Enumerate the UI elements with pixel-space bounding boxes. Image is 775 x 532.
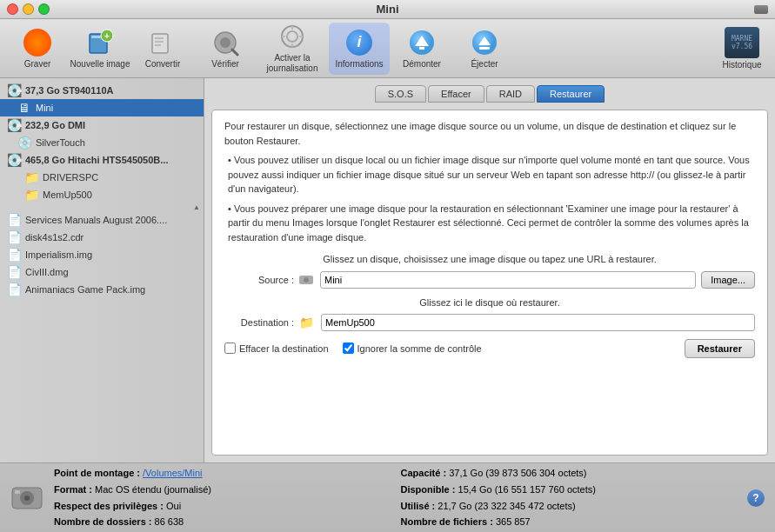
- utilise-label: Utilisé :: [401, 501, 436, 511]
- animaniacs-icon: 📄: [7, 283, 21, 296]
- toolbar-convertir[interactable]: Convertir: [132, 23, 193, 75]
- sidebar-item-mini[interactable]: 🖥 Mini: [0, 99, 204, 116]
- toolbar-demonter[interactable]: Démonter: [391, 23, 452, 75]
- effacer-checkbox-label[interactable]: Effacer la destination: [224, 342, 329, 356]
- tabs-bar: S.O.S Effacer RAID Restaurer: [211, 85, 768, 103]
- disk3-icon: 💽: [7, 153, 21, 167]
- respect-row: Respect des privilèges : Oui: [54, 498, 391, 515]
- tab-sos[interactable]: S.O.S: [375, 85, 426, 103]
- source-drop-label: Glissez un disque, choisissez une image …: [224, 253, 755, 266]
- activate-icon: [278, 23, 306, 50]
- capacite-value: 37,1 Go (39 873 506 304 octets): [449, 468, 586, 478]
- toolbar-ejecter[interactable]: Éjecter: [454, 23, 515, 75]
- sidebar-item-disk3[interactable]: 💽 465,8 Go Hitachi HTS545050B...: [0, 151, 204, 169]
- svg-point-27: [24, 495, 30, 501]
- sidebar-item-civiii[interactable]: 📄 CivIII.dmg: [0, 263, 204, 281]
- nb-dossiers-value: 86 638: [155, 516, 184, 527]
- toolbar-verifier[interactable]: Vérifier: [195, 23, 256, 75]
- sidebar-item-imperialism[interactable]: 📄 Imperialism.img: [0, 246, 204, 263]
- toolbar-historique[interactable]: MARNEv7.56 Historique: [716, 27, 768, 70]
- toolbar-activer[interactable]: Activer la journalisation: [257, 23, 327, 75]
- toolbar-ejecter-label: Éjecter: [471, 59, 498, 69]
- maximize-button[interactable]: [38, 3, 50, 15]
- help-button[interactable]: ?: [747, 489, 765, 507]
- dest-drop-label: Glissez ici le disque où restaurer.: [224, 296, 755, 310]
- format-row: Format : Mac OS étendu (journalisé): [54, 482, 391, 498]
- effacer-checkbox[interactable]: [224, 342, 236, 354]
- toolbar-graver-label: Graver: [24, 59, 51, 69]
- effacer-label: Effacer la destination: [239, 342, 329, 356]
- sidebar-item-disk4s1s2-label: disk4s1s2.cdr: [25, 232, 84, 243]
- source-input[interactable]: [320, 271, 696, 289]
- format-label: Format :: [54, 484, 92, 495]
- window-resize-handle[interactable]: [754, 5, 768, 14]
- svg-rect-19: [419, 47, 424, 50]
- nb-dossiers-row: Nombre de dossiers : 86 638: [54, 514, 391, 530]
- close-button[interactable]: [7, 3, 18, 15]
- tab-raid[interactable]: RAID: [486, 85, 535, 103]
- svg-point-12: [287, 31, 297, 42]
- tab-restaurer[interactable]: Restaurer: [537, 85, 605, 103]
- respect-value: Oui: [166, 501, 181, 511]
- nb-fichiers-value: 365 857: [496, 516, 531, 527]
- capacite-label: Capacité :: [401, 468, 447, 478]
- source-disk-icon: [299, 275, 313, 285]
- toolbar-nouvelle-image[interactable]: + Nouvelle image: [70, 23, 130, 75]
- verify-icon: [211, 29, 239, 57]
- content-box: Pour restaurer un disque, sélectionnez u…: [211, 110, 768, 456]
- utilise-value: 21,7 Go (23 322 345 472 octets): [438, 501, 575, 511]
- minimize-button[interactable]: [23, 3, 34, 15]
- window-title: Mini: [377, 3, 399, 16]
- toolbar-informations[interactable]: i Informations: [329, 23, 390, 75]
- sidebar-item-disk2[interactable]: 💽 232,9 Go DMI: [0, 116, 204, 134]
- disk4s1s2-icon: 📄: [7, 230, 21, 244]
- convert-icon: [149, 29, 177, 57]
- restaurer-button[interactable]: Restaurer: [685, 339, 755, 358]
- info-icon: i: [345, 29, 373, 57]
- status-info-right: Capacité : 37,1 Go (39 873 506 304 octet…: [401, 465, 738, 530]
- svg-point-9: [220, 37, 230, 48]
- toolbar: Graver + Nouvelle image Convertir: [0, 19, 775, 78]
- ignorer-label: Ignorer la somme de contrôle: [357, 342, 482, 356]
- burn-icon: [23, 29, 51, 57]
- sidebar-item-animaniacs[interactable]: 📄 Animaniacs Game Pack.img: [0, 281, 204, 298]
- sidebar-item-disk4s1s2[interactable]: 📄 disk4s1s2.cdr: [0, 229, 204, 246]
- sidebar-item-services[interactable]: 📄 Services Manuals August 2006....: [0, 211, 204, 229]
- sidebar-item-animaniacs-label: Animaniacs Game Pack.img: [25, 284, 145, 295]
- svg-point-24: [304, 277, 309, 283]
- sidebar-item-memup500[interactable]: 📁 MemUp500: [0, 186, 204, 203]
- disponible-label: Disponible :: [401, 484, 456, 495]
- driverspc-icon: 📁: [24, 170, 38, 184]
- status-info-left: Point de montage : /Volumes/Mini Format …: [54, 465, 391, 530]
- tab-effacer[interactable]: Effacer: [428, 85, 484, 103]
- toolbar-activer-label: Activer la journalisation: [257, 53, 327, 74]
- svg-text:+: +: [104, 31, 110, 41]
- dest-row: Destination : 📁: [224, 314, 755, 332]
- bullet1-text: • Vous pouvez utiliser un disque local o…: [224, 153, 755, 196]
- sidebar-item-silvertouch-label: SilverTouch: [36, 137, 85, 148]
- ignorer-checkbox-label[interactable]: Ignorer la somme de contrôle: [343, 342, 482, 356]
- ignorer-checkbox[interactable]: [343, 342, 354, 354]
- svg-rect-7: [155, 44, 161, 46]
- sidebar-item-silvertouch[interactable]: 💿 SilverTouch: [0, 134, 204, 151]
- dest-label: Destination :: [224, 316, 294, 330]
- svg-rect-28: [15, 490, 20, 494]
- format-value: Mac OS étendu (journalisé): [95, 484, 211, 495]
- unmount-icon: [408, 29, 436, 57]
- civiii-icon: 📄: [7, 265, 21, 279]
- services-icon: 📄: [7, 213, 21, 227]
- point-montage-value[interactable]: /Volumes/Mini: [143, 468, 202, 478]
- toolbar-historique-label: Historique: [722, 60, 761, 70]
- sidebar-item-imperialism-label: Imperialism.img: [25, 249, 92, 260]
- sidebar-item-disk1-label: 37,3 Go ST940110A: [25, 85, 114, 96]
- dest-input[interactable]: [321, 314, 755, 331]
- image-button[interactable]: Image...: [701, 271, 755, 289]
- source-row: Source : Image...: [224, 271, 755, 289]
- sidebar-item-mini-label: Mini: [36, 103, 53, 113]
- capacite-row: Capacité : 37,1 Go (39 873 506 304 octet…: [401, 465, 738, 482]
- respect-label: Respect des privilèges :: [54, 501, 164, 511]
- toolbar-graver[interactable]: Graver: [7, 23, 68, 75]
- historique-icon: MARNEv7.56: [725, 27, 759, 58]
- sidebar-item-disk1[interactable]: 💽 37,3 Go ST940110A: [0, 82, 204, 99]
- sidebar-item-driverspc[interactable]: 📁 DRIVERSPC: [0, 169, 204, 186]
